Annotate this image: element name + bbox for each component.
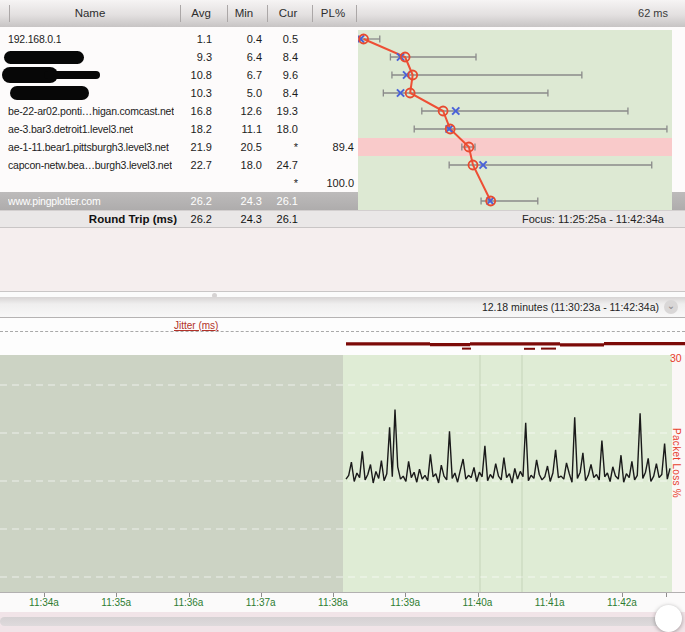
- hop-cur: 8.4: [246, 48, 298, 66]
- redaction-mark: [44, 71, 100, 79]
- axis-tick-label: 11:42a: [596, 597, 648, 608]
- scrollbar-thumb[interactable]: [655, 605, 682, 632]
- axis-tick: [666, 593, 667, 597]
- trace-scale-label: 62 ms: [638, 0, 668, 27]
- column-divider[interactable]: [180, 5, 181, 22]
- jitter-label[interactable]: Jitter (ms): [171, 320, 221, 331]
- axis-tick-label: 11:37a: [235, 597, 287, 608]
- hop-name: www.pingplotter.com: [8, 192, 101, 210]
- column-divider[interactable]: [9, 5, 10, 22]
- hop-pl: [302, 30, 354, 48]
- column-divider[interactable]: [267, 5, 268, 22]
- hop-pl: 89.4: [302, 138, 354, 156]
- hop-avg: 18.2: [160, 120, 212, 138]
- hop-avg: 9.3: [160, 48, 212, 66]
- timegraph-range-label: 12.18 minutes (11:30:23a - 11:42:34a): [482, 297, 659, 317]
- round-trip-avg: 26.2: [160, 211, 212, 229]
- hop-avg: 26.2: [160, 192, 212, 210]
- scrollbar-track[interactable]: [0, 617, 662, 626]
- hop-pl: [302, 66, 354, 84]
- column-header-avg[interactable]: Avg: [180, 0, 222, 27]
- hop-pl: [302, 102, 354, 120]
- bottom-scrollbar-area: [0, 612, 685, 632]
- hop-avg: 1.1: [160, 30, 212, 48]
- focus-range-label: Focus: 11:25:25a - 11:42:34a: [522, 211, 664, 229]
- column-header-min[interactable]: Min: [222, 0, 266, 27]
- timeline-graph[interactable]: [0, 338, 685, 592]
- hop-avg: 10.3: [160, 84, 212, 102]
- timegraph-header: 12.18 minutes (11:30:23a - 11:42:34a) ⌄: [0, 297, 685, 318]
- chevron-down-icon[interactable]: ⌄: [664, 300, 678, 314]
- hop-pl: [302, 120, 354, 138]
- hop-avg: 16.8: [160, 102, 212, 120]
- hop-avg: 10.8: [160, 66, 212, 84]
- jitter-dashed-line: [0, 331, 685, 332]
- round-trip-label: Round Trip (ms): [0, 211, 177, 229]
- axis-tick-label: 11:35a: [90, 597, 142, 608]
- column-divider[interactable]: [356, 5, 357, 22]
- hop-avg: 21.9: [160, 138, 212, 156]
- packet-loss-axis-max: 30: [670, 352, 685, 364]
- round-trip-row: Round Trip (ms) 26.2 24.3 26.1 Focus: 11…: [0, 210, 685, 228]
- hop-cur: 19.3: [246, 102, 298, 120]
- hop-avg: 22.7: [160, 156, 212, 174]
- redaction-mark: [4, 51, 84, 64]
- hop-cur: 18.0: [246, 120, 298, 138]
- hop-avg: [160, 174, 212, 192]
- hop-name: be-22-ar02.ponti…higan.comcast.net: [8, 102, 174, 120]
- pingplotter-window: 62 ms NameAvgMinCurPL% 192.168.0.11.10.4…: [0, 0, 685, 632]
- hop-cur: 8.4: [246, 84, 298, 102]
- hop-cur: 9.6: [246, 66, 298, 84]
- column-header-pl[interactable]: PL%: [310, 0, 356, 27]
- trace-column-header: 62 ms NameAvgMinCurPL%: [0, 0, 685, 28]
- redaction-mark: [10, 86, 89, 100]
- hop-pl: [302, 156, 354, 174]
- hop-cur: *: [246, 174, 298, 192]
- column-header-name[interactable]: Name: [0, 0, 180, 27]
- hop-pl: [302, 192, 354, 210]
- hop-pl: 100.0: [302, 174, 354, 192]
- column-divider[interactable]: [312, 5, 313, 22]
- hop-name: 192.168.0.1: [8, 30, 61, 48]
- axis-tick-label: 11:34a: [18, 597, 70, 608]
- hop-cur: *: [246, 138, 298, 156]
- axis-tick-label: 11:39a: [379, 597, 431, 608]
- round-trip-cur: 26.1: [246, 211, 298, 229]
- hop-pl: [302, 48, 354, 66]
- time-axis: 11:34a11:35a11:36a11:37a11:38a11:39a11:4…: [0, 592, 685, 612]
- hop-name: capcon-netw.bea…burgh3.level3.net: [8, 156, 172, 174]
- empty-panel: [0, 228, 685, 291]
- hop-cur: 26.1: [246, 192, 298, 210]
- axis-tick-label: 11:40a: [452, 597, 504, 608]
- hop-pl: [302, 84, 354, 102]
- hop-cur: 0.5: [246, 30, 298, 48]
- hop-cur: 24.7: [246, 156, 298, 174]
- hop-name: ae-3.bar3.detroit1.level3.net: [8, 120, 133, 138]
- hop-name: ae-1-11.bear1.pittsburgh3.level3.net: [8, 138, 169, 156]
- axis-tick-label: 11:41a: [524, 597, 576, 608]
- trace-graph[interactable]: [358, 30, 672, 210]
- column-header-cur[interactable]: Cur: [266, 0, 310, 27]
- axis-tick-label: 11:36a: [163, 597, 215, 608]
- column-divider[interactable]: [227, 5, 228, 22]
- axis-tick-label: 11:38a: [307, 597, 359, 608]
- packet-loss-axis-label: Packet Loss %: [671, 428, 682, 568]
